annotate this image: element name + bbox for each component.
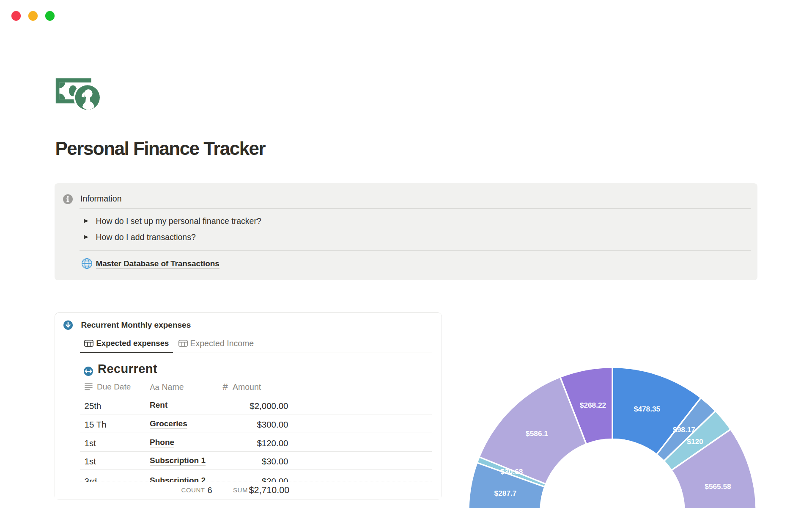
svg-text:$98.17: $98.17	[673, 425, 695, 434]
svg-text:$268.22: $268.22	[580, 401, 606, 409]
svg-text:$287.7: $287.7	[494, 489, 517, 497]
svg-text:$120: $120	[687, 437, 703, 446]
svg-text:$478.35: $478.35	[634, 405, 661, 413]
svg-text:$586.1: $586.1	[526, 429, 548, 438]
svg-text:$565.58: $565.58	[705, 482, 731, 491]
svg-text:$30.68: $30.68	[501, 467, 523, 476]
